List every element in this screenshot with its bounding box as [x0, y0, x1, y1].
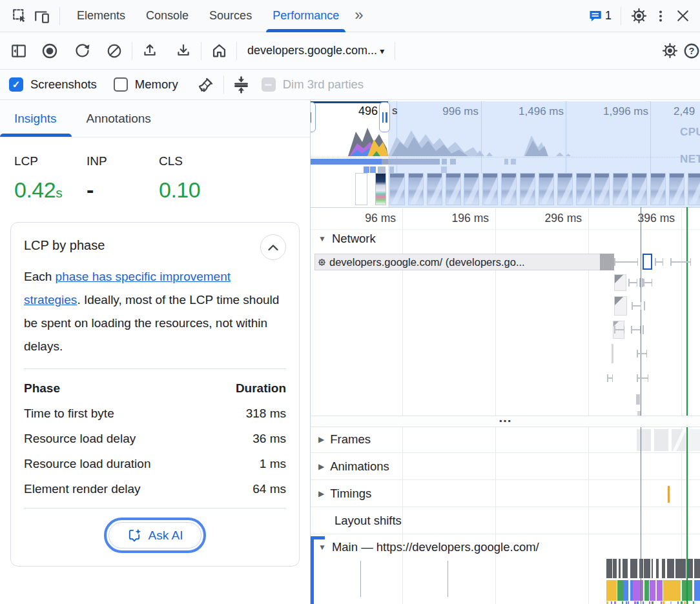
main-track-selection-bracket	[311, 536, 325, 539]
tab-sources[interactable]: Sources	[199, 0, 262, 32]
more-tabs-icon[interactable]: »	[349, 6, 368, 24]
phase-row: Resource load duration1 ms	[24, 451, 286, 476]
tab-console[interactable]: Console	[136, 0, 199, 32]
triangle-down-icon[interactable]: ▼	[318, 234, 326, 243]
timeline-tracks[interactable]: 96 ms196 ms296 ms396 ms ▼ Network develo…	[311, 207, 700, 604]
card-title: LCP by phase	[24, 234, 105, 253]
ask-ai-focus-ring: Ask AI	[104, 518, 207, 553]
small-request-box[interactable]	[614, 296, 627, 316]
screenshots-label: Screenshots	[30, 77, 97, 92]
clear-button[interactable]	[103, 40, 125, 62]
ask-ai-button[interactable]: Ask AI	[108, 522, 202, 549]
checkbox-unchecked-icon[interactable]	[114, 77, 128, 92]
kebab-menu-icon[interactable]	[650, 5, 672, 27]
timing-event-marker[interactable]	[668, 486, 670, 503]
capture-settings-gear-icon[interactable]	[659, 40, 681, 62]
overview-dimmed-region[interactable]	[388, 101, 700, 207]
selection-right-handle[interactable]	[379, 102, 390, 132]
metric-number: -	[87, 177, 94, 202]
collapse-sections-icon[interactable]	[231, 74, 252, 96]
frame-thumbnail[interactable]	[672, 429, 687, 451]
issues-counter[interactable]: 1	[585, 5, 614, 27]
flame-bar	[663, 601, 664, 604]
inspect-element-icon[interactable]	[9, 5, 31, 27]
dock-side-icon[interactable]	[8, 40, 30, 62]
small-request-bar	[639, 278, 641, 287]
record-button[interactable]	[39, 40, 61, 62]
request-whisker	[628, 279, 637, 287]
phase-duration: 1 ms	[260, 457, 286, 471]
divider	[395, 42, 395, 60]
flame-bar	[661, 601, 663, 604]
flame-bar	[675, 559, 686, 578]
divider	[223, 76, 224, 94]
garbage-collect-brush-icon[interactable]	[195, 74, 217, 96]
home-icon[interactable]	[208, 40, 230, 62]
metric-lcp: LCP0.42s	[14, 154, 87, 203]
phase-row: Element render delay64 ms	[24, 476, 286, 501]
timeline-overview-minimap[interactable]: 996 ms1,496 ms1,996 ms2,49 CPU NET	[311, 101, 700, 208]
triangle-down-icon[interactable]: ▼	[318, 543, 326, 552]
network-lane-chip	[364, 166, 369, 173]
flame-bar	[613, 559, 616, 578]
main-track-header[interactable]: ▼ Main — https://developers.google.com/	[318, 540, 539, 554]
selection-left-handle[interactable]	[311, 102, 316, 132]
performance-toolbar: developers.google.com... ▾ ?	[0, 32, 700, 70]
selected-request-outline[interactable]	[643, 254, 652, 270]
flame-bar	[670, 601, 672, 604]
selection-time-label: 496	[358, 105, 378, 118]
divider	[236, 42, 237, 60]
devtools-tab-bar: ElementsConsoleSourcesPerformance » 1	[0, 0, 700, 32]
frame-thumbnail[interactable]	[637, 429, 652, 451]
network-track-header[interactable]: ▼ Network	[318, 232, 376, 246]
ai-spark-bubble-icon	[127, 528, 142, 543]
tab-performance[interactable]: Performance	[262, 0, 349, 32]
screenshot-thumbnail-blank[interactable]	[355, 173, 367, 205]
device-toolbar-icon[interactable]	[31, 5, 53, 27]
metric-inp: INP-	[87, 154, 159, 203]
collapse-card-button[interactable]	[260, 234, 286, 260]
record-reload-button[interactable]	[71, 40, 93, 62]
lcp-by-phase-card[interactable]: LCP by phase Each phase has specific imp…	[10, 222, 300, 567]
track-layout-shifts[interactable]: Layout shifts	[311, 507, 700, 534]
flame-bar	[644, 559, 650, 578]
phase-duration: 36 ms	[252, 432, 286, 446]
network-request-bar[interactable]: developers.google.com/ (developers.go...	[314, 254, 614, 270]
phase-duration: 64 ms	[252, 482, 286, 496]
phase-name: Time to first byte	[24, 407, 114, 421]
flame-bar	[623, 580, 628, 601]
frame-thumbnail[interactable]	[654, 429, 670, 451]
flame-bar	[687, 559, 694, 578]
close-icon[interactable]	[672, 5, 694, 27]
download-profile-icon[interactable]	[172, 40, 194, 62]
triangle-right-icon[interactable]: ▶	[318, 489, 324, 498]
main-track-tick	[360, 561, 361, 597]
tab-elements[interactable]: Elements	[67, 0, 136, 32]
ruler-tick-label: 96 ms	[365, 212, 396, 225]
sidebar-tab-annotations[interactable]: Annotations	[86, 100, 150, 137]
chevron-up-icon	[268, 245, 278, 250]
memory-checkbox[interactable]: Memory	[114, 77, 178, 92]
network-resizer-handle[interactable]: …	[311, 416, 700, 427]
track-timings[interactable]: ▶ Timings	[311, 480, 700, 507]
checkbox-checked-icon[interactable]: ✓	[9, 77, 23, 92]
flame-bar	[656, 559, 659, 578]
flame-bar	[643, 601, 644, 604]
screenshot-thumbnail-first-paint[interactable]	[375, 173, 386, 205]
triangle-right-icon[interactable]: ▶	[318, 462, 324, 471]
screenshots-checkbox[interactable]: ✓ Screenshots	[9, 77, 97, 92]
settings-gear-icon[interactable]	[628, 5, 650, 27]
help-icon[interactable]: ?	[681, 40, 700, 62]
triangle-right-icon[interactable]: ▶	[318, 435, 324, 444]
sidebar-tab-insights[interactable]: Insights	[14, 100, 56, 137]
fcp-marker-line	[686, 207, 688, 604]
small-request-box[interactable]	[614, 274, 626, 291]
frame-thumbnail[interactable]	[689, 429, 700, 451]
track-animations[interactable]: ▶ Animations	[311, 453, 700, 480]
history-url-selector[interactable]: developers.google.com... ▾	[243, 44, 388, 57]
phase-duration: 318 ms	[246, 407, 286, 421]
flame-bar	[684, 601, 686, 604]
upload-profile-icon[interactable]	[139, 40, 161, 62]
divider	[201, 42, 201, 60]
dim-third-parties-checkbox: Dim 3rd parties	[262, 77, 364, 92]
